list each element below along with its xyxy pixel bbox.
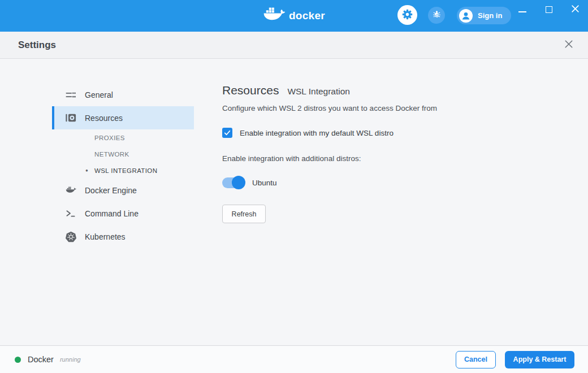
sidebar-item-label: General xyxy=(85,90,113,99)
active-bullet-icon: ● xyxy=(85,168,94,173)
sidebar-item-general[interactable]: General xyxy=(52,83,194,106)
bug-icon xyxy=(432,10,442,21)
sign-in-label: Sign in xyxy=(478,11,502,20)
status-badge: running xyxy=(60,356,81,363)
section-description: Configure which WSL 2 distros you want t… xyxy=(222,104,565,112)
checkbox-label: Enable integration with my default WSL d… xyxy=(240,129,394,137)
docker-logo: docker xyxy=(263,6,325,25)
sidebar-item-label: Kubernetes xyxy=(85,232,126,241)
sidebar-subitem-wsl-integration[interactable]: ● WSL INTEGRATION xyxy=(52,162,194,179)
checkbox-checked-icon[interactable] xyxy=(222,128,232,138)
distro-name: Ubuntu xyxy=(252,179,277,187)
status-footer: Docker running Cancel Apply & Restart xyxy=(0,345,588,373)
close-icon xyxy=(564,40,573,50)
kubernetes-icon xyxy=(64,231,77,242)
settings-sidebar: General Resources PROXIES NETWORK ● WSL … xyxy=(0,59,194,345)
page-title: Settings xyxy=(18,40,56,51)
section-title: Resources xyxy=(222,84,279,97)
docker-whale-icon xyxy=(263,6,286,25)
apply-restart-button[interactable]: Apply & Restart xyxy=(505,351,574,368)
wsl-integration-panel: Resources WSL Integration Configure whic… xyxy=(194,59,588,345)
settings-close-button[interactable] xyxy=(562,37,576,53)
sliders-icon xyxy=(64,89,77,101)
close-icon xyxy=(571,5,580,15)
subitem-label: NETWORK xyxy=(94,151,129,158)
window-minimize-button[interactable] xyxy=(515,2,530,17)
sign-in-button[interactable]: Sign in xyxy=(457,7,511,24)
refresh-button[interactable]: Refresh xyxy=(222,205,266,223)
sidebar-item-resources[interactable]: Resources xyxy=(52,106,194,129)
sidebar-item-label: Resources xyxy=(85,114,123,123)
window-close-button[interactable] xyxy=(568,2,582,17)
window-maximize-button[interactable] xyxy=(542,2,556,17)
terminal-icon xyxy=(64,209,77,218)
section-subtitle: WSL Integration xyxy=(287,86,350,97)
docker-wordmark: docker xyxy=(289,10,325,22)
maximize-icon xyxy=(546,6,552,13)
settings-header: Settings xyxy=(0,32,588,59)
distro-toggle-row: Ubuntu xyxy=(222,176,565,189)
sidebar-subitem-network[interactable]: NETWORK xyxy=(52,146,194,162)
app-name: Docker xyxy=(28,355,54,364)
user-icon xyxy=(459,9,473,23)
sidebar-item-command-line[interactable]: Command Line xyxy=(52,202,194,225)
toggle-knob xyxy=(232,176,245,189)
sidebar-item-kubernetes[interactable]: Kubernetes xyxy=(52,225,194,248)
settings-gear-button[interactable] xyxy=(397,5,417,25)
sidebar-item-docker-engine[interactable]: Docker Engine xyxy=(52,179,194,202)
resources-icon xyxy=(64,112,77,123)
minimize-icon xyxy=(518,11,526,12)
status-dot-icon xyxy=(15,357,21,363)
ubuntu-toggle[interactable] xyxy=(222,176,246,189)
sidebar-subitem-proxies[interactable]: PROXIES xyxy=(52,129,194,146)
subitem-label: PROXIES xyxy=(94,135,125,141)
sidebar-item-label: Command Line xyxy=(85,209,139,218)
cancel-button[interactable]: Cancel xyxy=(456,351,496,368)
gear-icon xyxy=(401,8,413,22)
settings-body: General Resources PROXIES NETWORK ● WSL … xyxy=(0,59,588,345)
default-distro-checkbox-row[interactable]: Enable integration with my default WSL d… xyxy=(222,128,565,138)
titlebar: docker xyxy=(0,0,588,32)
sidebar-item-label: Docker Engine xyxy=(85,186,137,195)
subitem-label: WSL INTEGRATION xyxy=(94,167,157,174)
report-bug-button[interactable] xyxy=(428,7,445,24)
whale-icon xyxy=(64,186,77,194)
additional-distros-label: Enable integration with additional distr… xyxy=(222,154,565,163)
